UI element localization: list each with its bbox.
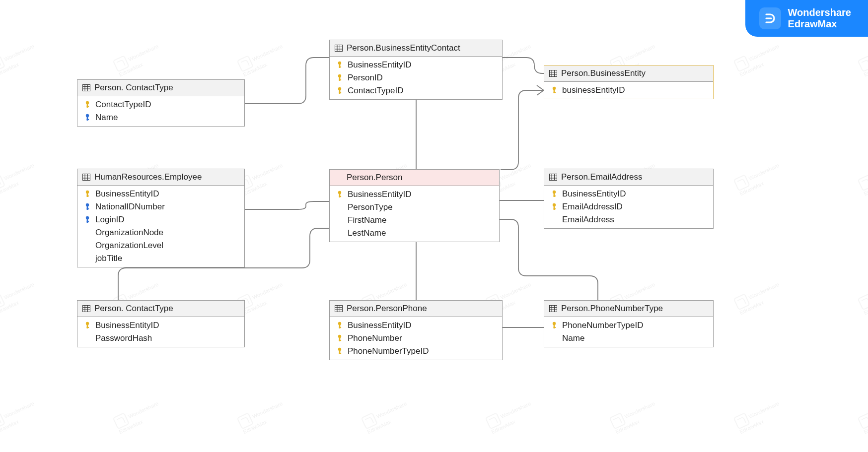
svg-rect-24 (339, 92, 342, 93)
column-row: Name (77, 111, 244, 124)
table-icon (82, 174, 90, 181)
brand-line-2: EdrawMax (788, 18, 851, 30)
svg-rect-82 (339, 353, 342, 354)
column-row: LoginID (77, 213, 244, 226)
column-name: BusinessEntityID (95, 320, 159, 331)
table-icon (335, 45, 343, 52)
table-icon (82, 305, 90, 312)
svg-rect-50 (550, 174, 557, 181)
entity-phone-number-type[interactable]: Person.PhoneNumberType PhoneNumberTypeID… (544, 300, 714, 347)
key-icon (336, 322, 344, 329)
column-name: PhoneNumberTypeID (562, 320, 643, 331)
column-name: EmailAddressID (562, 201, 623, 212)
entity-title: Person.PersonPhone (347, 304, 427, 314)
table-icon (82, 84, 90, 91)
entity-contact-type-1[interactable]: Person. ContactType ContactTypeIDName (77, 79, 245, 127)
svg-rect-40 (87, 195, 89, 196)
column-name: ContactTypeID (348, 85, 403, 96)
key-icon (550, 203, 558, 211)
entity-body: PhoneNumberTypeIDName (544, 317, 713, 347)
column-row: OrganizationLevel (77, 239, 244, 252)
entity-business-entity-contact[interactable]: Person.BusinessEntityContact BusinessEnt… (329, 40, 503, 100)
entity-person-phone[interactable]: Person.PersonPhone BusinessEntityIDPhone… (329, 300, 503, 360)
column-name: BusinessEntityID (562, 189, 626, 199)
svg-rect-25 (550, 70, 557, 77)
svg-rect-18 (339, 66, 342, 67)
svg-rect-90 (554, 327, 556, 328)
entity-employee[interactable]: HumanResources.Employee BusinessEntityID… (77, 169, 245, 267)
column-name: businessEntityID (562, 85, 625, 96)
column-row: EmailAddress (544, 213, 713, 226)
column-name: BusinessEntityID (95, 189, 159, 199)
column-name: PersonID (348, 72, 383, 83)
column-row: ContactTypeID (330, 84, 502, 97)
column-row: BusinessEntityID (544, 188, 713, 200)
entity-title: Person.BusinessEntity (561, 68, 646, 78)
brand-logo-icon (759, 7, 781, 29)
column-name: jobTitle (95, 253, 122, 264)
entity-header: Person. ContactType (77, 80, 244, 96)
svg-rect-46 (87, 221, 89, 222)
entity-person[interactable]: Person.Person BusinessEntityIDPersonType… (329, 169, 500, 242)
svg-rect-57 (554, 195, 556, 196)
entity-title: Person.EmailAddress (561, 172, 642, 182)
column-row: BusinessEntityID (330, 59, 502, 71)
column-name: BusinessEntityID (348, 60, 412, 70)
diagram-canvas: (function(){ const frag=document.createD… (0, 0, 868, 452)
column-row: PersonType (330, 201, 499, 214)
column-row: PhoneNumberTypeID (330, 345, 502, 358)
svg-rect-49 (339, 196, 342, 197)
column-name: EmailAddress (562, 214, 614, 225)
column-name: BusinessEntityID (348, 320, 412, 331)
entity-body: BusinessEntityIDPersonIDContactTypeID (330, 57, 502, 99)
key-icon (336, 191, 344, 198)
entity-body: BusinessEntityIDPersonTypeFirstNameLestN… (330, 186, 499, 242)
key-icon (336, 61, 344, 69)
entity-business-entity[interactable]: Person.BusinessEntity businessEntityID (544, 65, 714, 99)
entity-title: Person. ContactType (94, 304, 173, 314)
column-row: LestName (330, 227, 499, 240)
column-row: BusinessEntityID (330, 319, 502, 332)
entity-header: HumanResources.Employee (77, 169, 244, 186)
entity-header: Person.Person (330, 170, 499, 186)
entity-body: BusinessEntityIDNationalIDNumberLoginIDO… (77, 186, 244, 267)
column-row: PersonID (330, 71, 502, 84)
column-name: PasswordHash (95, 333, 152, 344)
column-row: PhoneNumberTypeID (544, 319, 713, 332)
brand-text: Wondershare EdrawMax (788, 7, 851, 30)
entity-title: Person.PhoneNumberType (561, 304, 663, 314)
table-icon (549, 70, 557, 77)
column-name: PhoneNumberTypeID (348, 346, 429, 357)
key-icon (550, 322, 558, 329)
column-row: NationalIDNumber (77, 200, 244, 213)
column-name: LoginID (95, 214, 125, 225)
table-icon (549, 305, 557, 312)
column-name: NationalIDNumber (95, 201, 165, 212)
entity-email-address[interactable]: Person.EmailAddress BusinessEntityIDEmai… (544, 169, 714, 229)
column-name: ContactTypeID (95, 99, 151, 110)
key-icon (83, 216, 91, 224)
table-icon (335, 305, 343, 312)
key-icon (336, 334, 344, 342)
svg-rect-76 (339, 327, 342, 328)
column-name: PhoneNumber (348, 333, 402, 344)
entity-title: Person.Person (347, 173, 402, 183)
column-row: EmailAddressID (544, 200, 713, 213)
svg-rect-79 (339, 340, 342, 341)
entity-header: Person.BusinessEntity (544, 65, 713, 82)
svg-rect-32 (554, 92, 556, 93)
column-name: BusinessEntityID (348, 189, 412, 200)
column-name: OrganizationNode (95, 227, 163, 238)
entity-contact-type-2[interactable]: Person. ContactType BusinessEntityIDPass… (77, 300, 245, 347)
entity-title: Person. ContactType (94, 83, 173, 93)
entity-header: Person.PhoneNumberType (544, 301, 713, 317)
entity-body: BusinessEntityIDPasswordHash (77, 317, 244, 347)
entity-title: Person.BusinessEntityContact (347, 43, 460, 53)
column-name: Name (95, 112, 118, 123)
column-row: Name (544, 332, 713, 345)
column-row: BusinessEntityID (330, 188, 499, 201)
table-icon (549, 174, 557, 181)
brand-line-1: Wondershare (788, 7, 851, 18)
column-row: PhoneNumber (330, 332, 502, 345)
svg-rect-21 (339, 79, 342, 80)
